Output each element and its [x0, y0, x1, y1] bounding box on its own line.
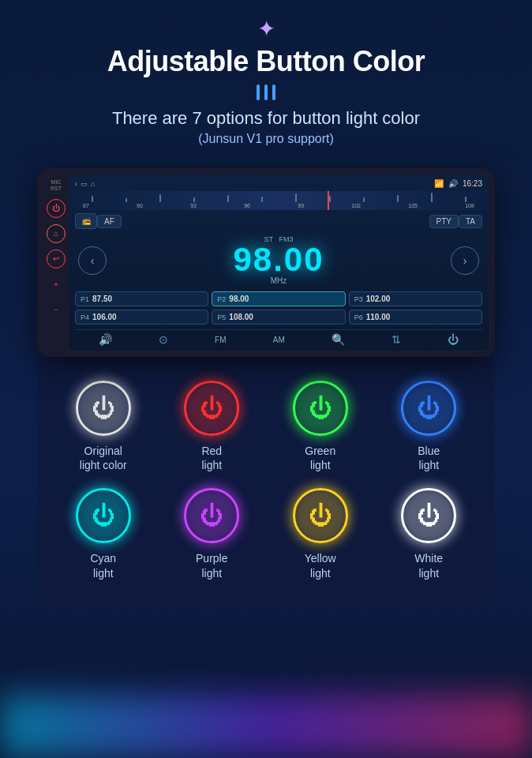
- preset-p6[interactable]: P6 110.00: [349, 310, 482, 325]
- white-label: Whitelight: [414, 551, 443, 580]
- search-icon[interactable]: 🔍: [332, 333, 345, 346]
- red-icon-wrapper: ⏻: [184, 381, 239, 436]
- yellow-power-icon: ⏻: [309, 504, 332, 527]
- green-label: Greenlight: [305, 444, 335, 472]
- freq-ticks: 87 90 93 96 99 102 105 108: [75, 203, 482, 208]
- divider-dots: [257, 84, 275, 100]
- color-option-red[interactable]: ⏻ Redlight: [162, 381, 263, 472]
- power-icon[interactable]: ⏻: [448, 333, 459, 346]
- freq-line: [193, 197, 195, 202]
- sun-icon: ✦: [257, 16, 275, 42]
- radio-icon-left: 📻: [75, 213, 97, 229]
- red-label: Redlight: [201, 444, 222, 472]
- color-option-yellow[interactable]: ⏻ Yellowlight: [270, 488, 371, 580]
- freq-tick: 87: [83, 203, 89, 208]
- preset-label: P2: [217, 295, 226, 303]
- preset-p1[interactable]: P1 87.50: [75, 291, 208, 306]
- cyan-icon-wrapper: ⏻: [76, 488, 131, 543]
- frequency-number: 98.00: [233, 243, 324, 276]
- freq-tick: 96: [244, 203, 250, 208]
- dot-2: [264, 84, 268, 100]
- subtitle-note: (Junsun V1 pro support): [198, 132, 334, 146]
- home-sidebar-btn[interactable]: ⌂: [47, 224, 66, 243]
- freq-line: [465, 197, 466, 202]
- main-freq-display: ‹ ST FM3 98.00 MHz ›: [75, 235, 482, 285]
- dot-1: [257, 84, 260, 100]
- fm-button[interactable]: FM: [215, 336, 226, 344]
- red-power-icon: ⏻: [200, 396, 223, 420]
- page: ✦ Adjustable Button Color There are 7 op…: [0, 0, 532, 758]
- color-option-cyan[interactable]: ⏻ Cyanlight: [53, 488, 154, 580]
- preset-freq: 106.00: [92, 313, 117, 321]
- purple-icon-wrapper: ⏻: [184, 488, 239, 543]
- power-sidebar-btn[interactable]: ⏻: [47, 199, 66, 218]
- freq-tick: 90: [137, 203, 143, 208]
- freq-line: [431, 193, 433, 202]
- freq-tick: 102: [351, 203, 361, 208]
- freq-lines: [75, 193, 482, 202]
- preset-freq: 102.00: [366, 295, 391, 303]
- purple-power-icon: ⏻: [200, 504, 223, 527]
- freq-tick: 93: [190, 203, 197, 208]
- freq-line: [397, 195, 399, 202]
- green-power-icon: ⏻: [309, 396, 332, 420]
- am-button[interactable]: AM: [273, 336, 285, 344]
- color-option-white[interactable]: ⏻ Whitelight: [379, 488, 480, 580]
- preset-p2[interactable]: P2 98.00: [212, 291, 345, 306]
- white-icon-wrapper: ⏻: [401, 488, 456, 543]
- freq-line: [295, 193, 297, 202]
- header: ✦ Adjustable Button Color There are 7 op…: [107, 16, 425, 160]
- topbar-right: 📶 🔊 16:23: [434, 179, 482, 188]
- home-icon: ⌂: [91, 180, 95, 188]
- preset-p5[interactable]: P5 108.00: [212, 310, 345, 325]
- purple-label: Purplelight: [196, 551, 227, 580]
- volume-bottom-icon[interactable]: 🔊: [99, 333, 112, 346]
- dot-3: [272, 84, 275, 100]
- vol-down-btn[interactable]: －: [47, 300, 66, 319]
- preset-label: P3: [354, 295, 363, 303]
- color-option-original[interactable]: ⏻ Originallight color: [53, 381, 154, 472]
- preset-freq: 110.00: [366, 313, 391, 321]
- preset-label: P1: [81, 295, 89, 303]
- yellow-label: Yellowlight: [305, 551, 336, 580]
- cyan-power-icon: ⏻: [92, 504, 115, 527]
- preset-p4[interactable]: P4 106.00: [75, 310, 208, 325]
- stereo-screen: MIC RST ⏻ ⌂ ↩ ＋ － ‹ ▭ ⌂: [43, 174, 489, 351]
- pty-button[interactable]: PTY: [429, 215, 459, 228]
- ta-button[interactable]: TA: [459, 215, 482, 228]
- signal-icon: 📶: [434, 179, 444, 188]
- green-icon-wrapper: ⏻: [293, 381, 348, 436]
- color-option-blue[interactable]: ⏻ Bluelight: [379, 381, 480, 472]
- yellow-icon-wrapper: ⏻: [293, 488, 348, 543]
- color-option-green[interactable]: ⏻ Greenlight: [270, 381, 371, 472]
- topbar-left: ‹ ▭ ⌂: [75, 180, 95, 188]
- color-options-panel: ⏻ Originallight color ⏻ Redlight ⏻ Green…: [37, 357, 495, 604]
- preset-p3[interactable]: P3 102.00: [349, 291, 482, 306]
- subtitle: There are 7 options for button light col…: [112, 108, 420, 129]
- vol-up-btn[interactable]: ＋: [47, 275, 66, 294]
- back-sidebar-btn[interactable]: ↩: [47, 250, 66, 268]
- preset-label: P5: [217, 313, 226, 321]
- white-power-icon: ⏻: [417, 504, 440, 527]
- frequency-bar: 87 90 93 96 99 102 105 108: [75, 191, 482, 210]
- freq-line: [261, 197, 263, 202]
- screen-icon: ▭: [81, 180, 88, 188]
- color-option-purple[interactable]: ⏻ Purplelight: [162, 488, 263, 580]
- back-icon: ‹: [75, 180, 77, 188]
- freq-tick: 108: [465, 203, 474, 208]
- main-title: Adjustable Button Color: [107, 45, 425, 78]
- freq-line: [227, 195, 229, 202]
- freq-line: [363, 197, 365, 202]
- blue-power-icon: ⏻: [417, 396, 440, 420]
- presets-grid: P1 87.50 P2 98.00 P3 102.00 P4 106.00: [75, 291, 482, 325]
- prev-station-button[interactable]: ‹: [78, 246, 107, 275]
- settings-icon[interactable]: ⊙: [159, 333, 168, 346]
- preset-freq: 87.50: [92, 295, 112, 303]
- stereo-bottombar: 🔊 ⊙ FM AM 🔍 ⇅ ⏻: [75, 329, 482, 346]
- volume-icon: 🔊: [448, 179, 458, 188]
- equalizer-icon[interactable]: ⇅: [392, 333, 401, 346]
- af-button[interactable]: AF: [97, 215, 122, 228]
- blue-label: Bluelight: [418, 444, 440, 472]
- next-station-button[interactable]: ›: [451, 246, 479, 275]
- stereo-display: MIC RST ⏻ ⌂ ↩ ＋ － ‹ ▭ ⌂: [37, 168, 495, 357]
